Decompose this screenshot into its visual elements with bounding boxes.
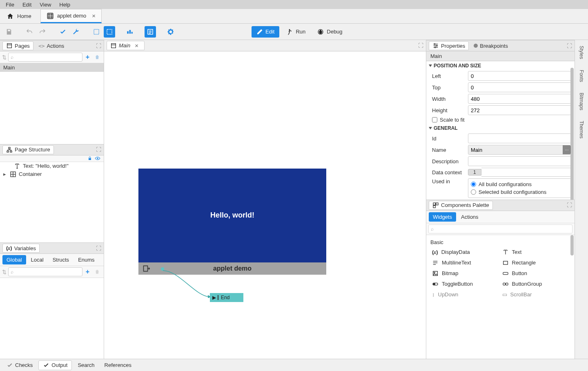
bottom-tab-checks[interactable]: Checks bbox=[2, 361, 37, 370]
close-icon[interactable]: × bbox=[132, 42, 141, 49]
sort-icon[interactable]: ⇅ bbox=[2, 269, 7, 275]
play-icon: ▶ bbox=[212, 295, 216, 300]
pages-tab[interactable]: Pages bbox=[2, 41, 33, 50]
section-position[interactable]: POSITION AND SIZE bbox=[426, 61, 575, 70]
name-more-button[interactable]: ⋯ bbox=[563, 145, 571, 154]
comp-button[interactable]: Button bbox=[501, 268, 571, 279]
tab-home[interactable]: Home bbox=[0, 9, 40, 23]
var-tab-global[interactable]: Global bbox=[2, 255, 26, 264]
section-general[interactable]: GENERAL bbox=[426, 124, 575, 133]
comp-bitmap[interactable]: Bitmap bbox=[430, 268, 501, 279]
var-tab-structs[interactable]: Structs bbox=[49, 255, 73, 264]
comp-displaydata[interactable]: (𝑥)DisplayData bbox=[430, 247, 501, 258]
canvas[interactable]: Hello, world! applet demo ▶ End bbox=[104, 51, 426, 359]
prop-left-input[interactable] bbox=[468, 71, 571, 81]
prop-scale-checkbox[interactable] bbox=[432, 117, 437, 122]
add-page-button[interactable]: + bbox=[84, 53, 91, 61]
expand-icon[interactable]: ⛶ bbox=[418, 42, 423, 49]
align-button[interactable] bbox=[124, 26, 136, 38]
flow-end-node[interactable]: ▶ End bbox=[210, 293, 243, 302]
tree-item-container[interactable]: ▸ Container bbox=[0, 170, 104, 178]
bottom-tab-search[interactable]: Search bbox=[74, 361, 98, 369]
menu-view[interactable]: View bbox=[36, 1, 54, 8]
expand-icon[interactable]: ⛶ bbox=[96, 43, 101, 49]
expand-icon[interactable]: ⛶ bbox=[96, 245, 101, 251]
tree-item-text[interactable]: Text: "Hello, world!" bbox=[0, 162, 104, 170]
sort-icon[interactable]: ⇅ bbox=[2, 54, 7, 60]
flow-output-port[interactable] bbox=[161, 267, 164, 271]
radio-all-configs[interactable] bbox=[471, 182, 476, 187]
tab-applet-demo[interactable]: applet demo × bbox=[40, 9, 102, 23]
build-button[interactable] bbox=[70, 26, 82, 38]
redo-button[interactable] bbox=[37, 26, 48, 38]
bottom-tab-output[interactable]: Output bbox=[38, 360, 72, 370]
comp-text[interactable]: Text bbox=[501, 247, 571, 258]
page-row-main[interactable]: Main bbox=[0, 63, 104, 72]
exit-icon[interactable] bbox=[143, 264, 151, 273]
rail-tab-styles[interactable]: Styles bbox=[578, 43, 585, 62]
chevron-right-icon[interactable]: ▸ bbox=[3, 171, 7, 177]
prop-width-input[interactable] bbox=[468, 94, 571, 104]
mode-run-button[interactable]: Run bbox=[281, 26, 310, 38]
mode-debug-button[interactable]: Debug bbox=[312, 26, 347, 38]
undo-button[interactable] bbox=[24, 26, 35, 38]
pages-search-input[interactable] bbox=[8, 53, 82, 62]
add-variable-button[interactable]: + bbox=[84, 268, 91, 275]
prop-height-input[interactable] bbox=[468, 105, 571, 115]
mode-edit-button[interactable]: Edit bbox=[252, 26, 279, 38]
menu-file[interactable]: File bbox=[2, 1, 18, 8]
prop-top-input[interactable] bbox=[468, 82, 571, 92]
menu-edit[interactable]: Edit bbox=[19, 1, 35, 8]
page-footer-bar[interactable]: applet demo bbox=[138, 262, 326, 275]
comp-multilinetext[interactable]: MultilineText bbox=[430, 258, 501, 268]
variables-tab-header[interactable]: (𝑥) Variables bbox=[2, 244, 40, 253]
comp-rectangle[interactable]: Rectangle bbox=[501, 258, 571, 268]
variables-search-input[interactable] bbox=[8, 267, 82, 276]
breakpoints-tab[interactable]: Breakpoints bbox=[470, 42, 511, 50]
dc-tag[interactable]: 1 bbox=[468, 169, 481, 176]
page-text-widget[interactable]: Hello, world! bbox=[210, 211, 254, 220]
components-search-input[interactable] bbox=[428, 224, 572, 233]
delete-page-button[interactable] bbox=[93, 54, 102, 60]
page-preview[interactable]: Hello, world! bbox=[138, 169, 326, 262]
scrollbar[interactable] bbox=[570, 68, 574, 200]
close-icon[interactable]: × bbox=[89, 12, 98, 19]
comp-scrollbar[interactable]: ▭ScrollBar bbox=[501, 289, 571, 300]
settings-button[interactable] bbox=[165, 26, 176, 38]
prop-name-input[interactable] bbox=[468, 145, 571, 155]
expand-icon[interactable]: ⛶ bbox=[96, 147, 101, 153]
mode-edit-label: Edit bbox=[265, 29, 274, 35]
var-tab-enums[interactable]: Enums bbox=[74, 255, 98, 264]
select-button[interactable] bbox=[91, 26, 102, 38]
rail-tab-fonts[interactable]: Fonts bbox=[578, 67, 585, 84]
toggle-icon bbox=[432, 281, 439, 287]
menu-help[interactable]: Help bbox=[56, 1, 74, 8]
comp-updown[interactable]: ↕UpDown bbox=[430, 289, 501, 300]
prop-desc-input[interactable] bbox=[468, 156, 571, 166]
rail-tab-bitmaps[interactable]: Bitmaps bbox=[578, 90, 585, 113]
var-tab-local[interactable]: Local bbox=[27, 255, 48, 264]
comp-tab-widgets[interactable]: Widgets bbox=[429, 212, 456, 222]
actions-tab[interactable]: <> Actions bbox=[35, 42, 67, 50]
components-tab[interactable]: Components Palette bbox=[429, 201, 493, 210]
check-button[interactable] bbox=[57, 26, 69, 38]
bottom-tab-references[interactable]: References bbox=[100, 361, 136, 369]
marquee-button[interactable] bbox=[104, 26, 115, 38]
comp-buttongroup[interactable]: ButtonGroup bbox=[501, 279, 571, 289]
expand-icon[interactable]: ⛶ bbox=[567, 202, 572, 208]
save-button[interactable] bbox=[3, 26, 15, 38]
eye-icon[interactable] bbox=[95, 156, 100, 160]
properties-tab[interactable]: Properties bbox=[429, 41, 469, 50]
radio-sel-configs[interactable] bbox=[471, 189, 476, 195]
expand-icon[interactable]: ⛶ bbox=[567, 43, 572, 49]
components-header: Components Palette ⛶ bbox=[426, 200, 575, 211]
rail-tab-themes[interactable]: Themes bbox=[578, 118, 585, 141]
text-button[interactable] bbox=[145, 26, 156, 38]
comp-togglebutton[interactable]: ToggleButton bbox=[430, 279, 501, 289]
editor-tab-main[interactable]: Main × bbox=[107, 41, 145, 50]
page-structure-tab[interactable]: Page Structure bbox=[2, 145, 54, 154]
prop-id-input[interactable] bbox=[468, 133, 571, 143]
scrollbar[interactable] bbox=[570, 235, 574, 255]
lock-icon[interactable] bbox=[87, 156, 92, 161]
comp-tab-actions[interactable]: Actions bbox=[457, 212, 483, 222]
